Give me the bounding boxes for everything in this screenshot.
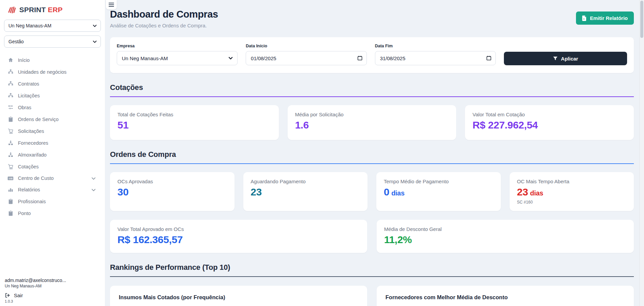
- emit-report-label: Emitir Relatório: [590, 15, 628, 21]
- data-fim-input[interactable]: 31/08/2025: [375, 51, 496, 65]
- data-fim-field: Data Fim 31/08/2025: [375, 44, 496, 65]
- ordens-wide-cards: Valor Total Aprovado em OCs R$ 162.365,5…: [110, 220, 634, 253]
- tasks-icon: [7, 104, 14, 110]
- data-inicio-label: Data Início: [246, 44, 367, 48]
- empresa-label: Empresa: [117, 44, 238, 48]
- logout-icon: [5, 292, 10, 298]
- filter-icon: [553, 56, 558, 61]
- filter-bar: Empresa Un Neg Manaus-AM Data Início 01/…: [110, 37, 634, 73]
- kpi-label: OC Mais Tempo Aberta: [517, 179, 627, 184]
- kpi-label: Média por Solicitação: [295, 112, 449, 117]
- sidebar-item-contratos[interactable]: Contratos: [0, 78, 105, 90]
- sidebar-item-profissionais[interactable]: Profissionais: [0, 195, 105, 207]
- data-inicio-input[interactable]: 01/08/2025: [246, 51, 367, 65]
- rank-panel-title: Fornecedores com Melhor Média de Descont…: [385, 294, 625, 301]
- emit-report-button[interactable]: A Emitir Relatório: [576, 11, 634, 25]
- kpi-label: Valor Total Aprovado em OCs: [117, 226, 360, 232]
- sidebar-item-ponto[interactable]: Ponto: [0, 207, 105, 219]
- section-title-cotacoes: Cotações: [110, 83, 634, 97]
- rank-panel-fornecedores: Fornecedores com Melhor Média de Descont…: [377, 286, 634, 306]
- kpi-value: R$ 162.365,57: [117, 234, 360, 245]
- kpi-note: SC #160: [517, 200, 627, 205]
- sidebar-item-relatorios[interactable]: Relatórios: [0, 184, 105, 195]
- sidebar-item-label: Ordens de Serviço: [18, 117, 96, 122]
- sidebar-item-licitacoes[interactable]: Licitações: [0, 90, 105, 101]
- chevron-down-icon: [92, 39, 97, 44]
- page-title: Dashboard de Compras: [110, 9, 218, 20]
- sitemap-icon: [7, 69, 14, 75]
- sidebar-item-label: Relatórios: [18, 187, 87, 192]
- kpi-value: 23: [251, 186, 360, 198]
- kpi-value: R$ 227.962,54: [472, 119, 626, 131]
- page-header: Dashboard de Compras Análise de Cotações…: [110, 9, 634, 28]
- module-select[interactable]: Gestão: [4, 36, 101, 48]
- sidebar-item-label: Cotações: [18, 164, 96, 169]
- kpi-card-tempo-medio-pagamento: Tempo Médio de Pagamento 0dias: [376, 172, 501, 211]
- sidebar-item-almoxarifado[interactable]: Almoxarifado: [0, 149, 105, 161]
- page-subtitle: Análise de Cotações e Ordens de Compra.: [110, 23, 218, 28]
- sidebar-item-centro-de-custo[interactable]: $ Centro de Custo: [0, 172, 105, 184]
- scrollbar-thumb[interactable]: [640, 1, 643, 38]
- data-fim-label: Data Fim: [375, 44, 496, 48]
- empresa-select[interactable]: Un Neg Manaus-AM: [117, 51, 238, 65]
- calendar-icon: [357, 55, 362, 61]
- sidebar-toggle-button[interactable]: [106, 0, 117, 9]
- brand-name: SPRINT ERP: [19, 6, 63, 14]
- apply-filter-label: Aplicar: [561, 56, 578, 62]
- rank-panel-title: Insumos Mais Cotados (por Frequência): [119, 294, 358, 301]
- sidebar-item-label: Centro de Custo: [18, 175, 87, 181]
- logout-button[interactable]: Sair: [5, 292, 100, 298]
- kpi-value: 51: [117, 119, 271, 131]
- sidebar-item-label: Ponto: [18, 211, 96, 216]
- clipboard-icon: [7, 116, 14, 122]
- empresa-field: Empresa Un Neg Manaus-AM: [117, 44, 238, 65]
- sidebar-item-unidades[interactable]: Unidades de negócios: [0, 66, 105, 78]
- main-content: Dashboard de Compras Análise de Cotações…: [105, 0, 644, 306]
- kpi-label: Aguardando Pagamento: [251, 179, 360, 184]
- clipboard-icon: [7, 198, 14, 204]
- app-version: 1.0.3: [5, 299, 100, 303]
- apply-filter-button[interactable]: Aplicar: [504, 52, 627, 65]
- sidebar-item-inicio[interactable]: Início: [0, 54, 105, 66]
- chevron-down-icon: [228, 55, 233, 61]
- rankings-panels: Insumos Mais Cotados (por Frequência) Fo…: [110, 286, 634, 306]
- sidebar-item-label: Licitações: [18, 93, 96, 98]
- kpi-value: 1.6: [295, 119, 449, 131]
- ordens-cards: OCs Aprovadas 30 Aguardando Pagamento 23…: [110, 172, 634, 211]
- vertical-scrollbar[interactable]: [639, 0, 644, 306]
- kpi-value: 11,2%: [384, 234, 626, 245]
- brand-hatch-icon: [7, 5, 16, 14]
- brand-logo: SPRINT ERP: [0, 0, 105, 18]
- sidebar-item-fornecedores[interactable]: Fornecedores: [0, 137, 105, 149]
- kpi-card-aguardando-pagamento: Aguardando Pagamento 23: [243, 172, 368, 211]
- sidebar-item-obras[interactable]: Obras: [0, 101, 105, 113]
- sidebar-item-cotacoes[interactable]: Cotações: [0, 161, 105, 172]
- data-inicio-field: Data Início 01/08/2025: [246, 44, 367, 65]
- cart-icon: [7, 128, 14, 134]
- sidebar-item-ordens-de-servico[interactable]: Ordens de Serviço: [0, 113, 105, 125]
- org-icon: [7, 152, 14, 158]
- sidebar-item-label: Contratos: [18, 81, 96, 87]
- chart-bar-icon: [7, 187, 14, 192]
- rank-panel-insumos: Insumos Mais Cotados (por Frequência): [110, 286, 367, 306]
- unit-select[interactable]: Un Neg Manaus-AM: [4, 20, 101, 32]
- section-title-rankings: Rankings de Performance (Top 10): [110, 263, 634, 277]
- sidebar-item-label: Profissionais: [18, 199, 96, 204]
- logout-label: Sair: [14, 292, 23, 298]
- chevron-down-icon: [91, 176, 96, 181]
- kpi-card-total-cotacoes: Total de Cotações Feitas 51: [110, 105, 279, 140]
- kpi-card-media-solicitacao: Média por Solicitação 1.6: [288, 105, 457, 140]
- kpi-value: 23dias: [517, 186, 627, 198]
- sidebar-item-label: Obras: [18, 105, 96, 110]
- kpi-label: Tempo Médio de Pagamento: [384, 179, 493, 184]
- sidebar-item-label: Unidades de negócios: [18, 69, 96, 75]
- sitemap-icon: [7, 81, 14, 87]
- sidebar-footer: adm.matriz@axelconstruco... Un Neg Manau…: [0, 274, 105, 306]
- sidebar-item-solicitacoes[interactable]: Solicitações: [0, 125, 105, 137]
- chevron-down-icon: [91, 187, 96, 192]
- sidebar-item-label: Almoxarifado: [18, 152, 96, 158]
- section-title-ordens: Ordens de Compra: [110, 150, 634, 164]
- kpi-label: OCs Aprovadas: [117, 179, 227, 184]
- kpi-value: 30: [117, 186, 227, 198]
- kpi-card-valor-total-cotacao: Valor Total em Cotação R$ 227.962,54: [465, 105, 634, 140]
